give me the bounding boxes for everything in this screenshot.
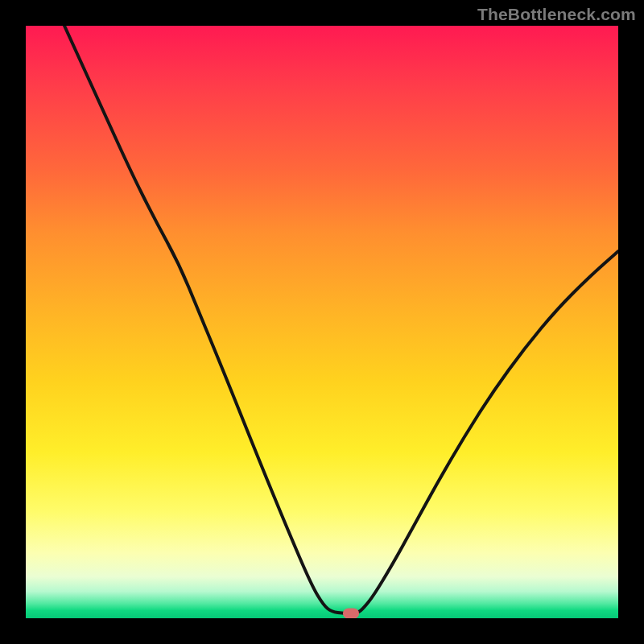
optimum-marker-icon bbox=[343, 609, 359, 619]
bottleneck-curve bbox=[26, 26, 618, 618]
chart-frame: TheBottleneck.com bbox=[0, 0, 644, 644]
curve-path bbox=[64, 26, 618, 613]
plot-area bbox=[26, 26, 618, 618]
watermark-text: TheBottleneck.com bbox=[477, 5, 636, 24]
